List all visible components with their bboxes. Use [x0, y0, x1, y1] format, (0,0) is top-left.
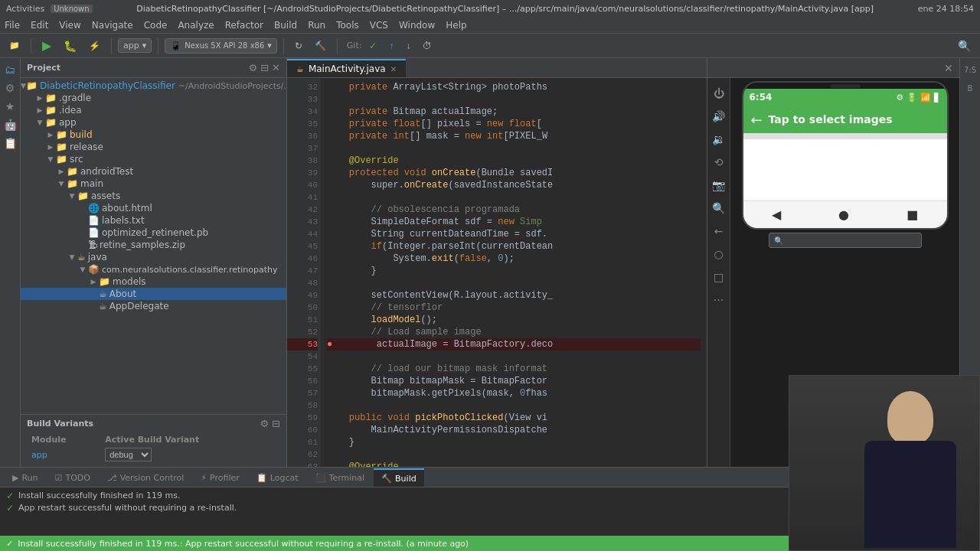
tree-item-pb[interactable]: 📄 optimized_retinenet.pb — [21, 227, 286, 239]
menu-tools[interactable]: Tools — [336, 20, 359, 31]
editor-area: ☕ MainActivity.java ✕ 3233343536 3738394… — [287, 58, 707, 467]
panel-expand-icon[interactable]: ⊟ — [260, 62, 269, 73]
sidebar-favorites-icon[interactable]: ★ — [2, 98, 18, 115]
sync-btn[interactable]: ↻ — [290, 39, 307, 53]
tree-item-build[interactable]: ▶ 📁 build — [21, 129, 286, 141]
sidebar-r-build[interactable]: B — [962, 80, 978, 96]
phone-nav-home[interactable]: ● — [838, 207, 849, 222]
tab-bar: ☕ MainActivity.java ✕ — [287, 58, 707, 78]
tree-item-package[interactable]: ▼ 📦 com.neuralsolutions.classifier.retin… — [21, 263, 286, 276]
project-btn[interactable]: 📁 — [5, 39, 24, 52]
bottom-tab-vcs[interactable]: ⎇ Version Control — [100, 468, 191, 487]
phone-time: 6:54 — [750, 92, 773, 103]
git-history[interactable]: ⏱ — [418, 39, 436, 53]
sidebar-android-icon[interactable]: 🤖 — [2, 116, 18, 133]
tree-item-labels[interactable]: 📄 labels.txt — [21, 214, 286, 227]
bottom-tab-profiler[interactable]: ⚡ Profiler — [193, 468, 247, 487]
emu-rotate-icon[interactable]: ⟲ — [710, 153, 728, 171]
phone-empty-area — [743, 139, 947, 201]
emulator-close-btn[interactable]: ✕ — [941, 60, 956, 76]
bottom-tab-build[interactable]: 🔨 Build — [374, 468, 424, 487]
phone-nav-back[interactable]: ◀ — [772, 207, 781, 222]
menu-code[interactable]: Code — [144, 20, 168, 31]
bottom-tab-run[interactable]: ▶ Run — [5, 468, 46, 487]
menu-window[interactable]: Window — [399, 20, 435, 31]
emu-more-icon[interactable]: ··· — [710, 291, 728, 309]
retina-image-grid — [743, 133, 947, 139]
bottom-tab-todo[interactable]: ☑ TODO — [47, 468, 98, 487]
sidebar-project-icon[interactable]: 🗂 — [2, 61, 18, 78]
tree-item-src[interactable]: ▼ 📁 src — [21, 153, 286, 165]
build-variants-panel: Build Variants ⚙ ⊟ Module Active Build V… — [21, 414, 286, 467]
emu-screenshot-icon[interactable]: 📷 — [710, 176, 728, 194]
git-update[interactable]: ✓ — [364, 39, 381, 53]
tree-item-gradle[interactable]: ▶ 📁 .gradle — [21, 92, 286, 104]
bv-expand-icon[interactable]: ⊟ — [272, 418, 280, 429]
tree-item-java[interactable]: ▼ ☕ java — [21, 251, 286, 263]
menu-view[interactable]: View — [59, 20, 80, 31]
menu-run[interactable]: Run — [308, 20, 325, 31]
tree-item-appdelegate[interactable]: ☕ AppDelegate — [21, 300, 286, 312]
sidebar-r-structure[interactable]: 7:S — [962, 61, 978, 78]
emu-volume-up-icon[interactable]: 🔊 — [710, 107, 728, 126]
activities-label[interactable]: Activities — [6, 4, 44, 14]
tree-item-about[interactable]: ☕ About — [21, 288, 286, 300]
profiler-icon: ⚡ — [201, 473, 207, 483]
phone-back-arrow[interactable]: ← — [751, 112, 763, 128]
menu-analyze[interactable]: Analyze — [178, 20, 214, 31]
git-push[interactable]: ↑ — [384, 39, 398, 53]
build-btn[interactable]: 🔨 — [310, 39, 331, 53]
debug-button[interactable]: 🐛 — [59, 38, 81, 54]
code-editor[interactable]: private ArrayList<String> photoPaths pri… — [321, 78, 707, 467]
menu-help[interactable]: Help — [446, 20, 466, 31]
tree-item-assets[interactable]: ▼ 📁 assets — [21, 190, 286, 202]
menu-file[interactable]: File — [5, 20, 20, 31]
bv-variant-value[interactable]: debug release — [102, 447, 279, 462]
profile-button[interactable]: ⚡ — [84, 39, 105, 53]
tab-close-icon[interactable]: ✕ — [390, 65, 397, 73]
vcs-icon: ⎇ — [107, 473, 117, 483]
tree-item-android-test[interactable]: ▶ 📁 androidTest — [21, 165, 286, 178]
run-button[interactable]: ▶ — [38, 37, 56, 54]
emulator-toolbar: ✕ — [707, 58, 959, 78]
emu-zoom-icon[interactable]: 🔍 — [710, 199, 728, 217]
emu-circle-icon[interactable]: ○ — [710, 245, 728, 263]
tree-item-idea[interactable]: ▶ 📁 .idea — [21, 104, 286, 116]
menu-build[interactable]: Build — [274, 20, 297, 31]
panel-gear-icon[interactable]: ⚙ — [249, 62, 258, 73]
tab-mainactivity[interactable]: ☕ MainActivity.java ✕ — [287, 59, 406, 77]
tree-item-zip[interactable]: 🗜 retine_samples.zip — [21, 239, 286, 251]
phone-nav-recents[interactable]: ■ — [906, 207, 918, 222]
sidebar-structure-icon[interactable]: ⚙ — [2, 80, 18, 96]
tree-item-about-html[interactable]: 🌐 about.html — [21, 202, 286, 214]
git-label: Git: — [347, 41, 362, 51]
tree-item-app[interactable]: ▼ 📁 app — [21, 116, 286, 129]
java-file-icon: ☕ — [296, 64, 304, 74]
git-pull[interactable]: ↓ — [401, 39, 415, 53]
phone-search-bar[interactable]: 🔍 — [769, 233, 922, 248]
search-everywhere[interactable]: 🔍 — [953, 38, 975, 54]
tree-item-release[interactable]: ▶ 📁 release — [21, 141, 286, 153]
tree-item-models[interactable]: ▶ 📁 models — [21, 276, 286, 288]
tree-item-root[interactable]: ▼ 📁 DiabeticRetinopathyClassifier ~/Andr… — [21, 80, 286, 92]
run-config[interactable]: app ▾ — [118, 38, 152, 53]
menu-refactor[interactable]: Refactor — [225, 20, 263, 31]
emu-power-icon[interactable]: ⏻ — [710, 84, 728, 103]
menu-edit[interactable]: Edit — [31, 20, 48, 31]
emu-square-icon[interactable]: □ — [710, 268, 728, 286]
phone-frame: 6:54 ⚙ 🔋 📶 ▋ ← Tap to select images — [742, 81, 949, 230]
status-text: Install successfully finished in 119 ms.… — [18, 539, 469, 549]
sidebar-resource-icon[interactable]: 📋 — [2, 135, 18, 152]
device-selector[interactable]: 📱 Nexus 5X API 28 x86 ▾ — [165, 38, 277, 54]
tree-item-main[interactable]: ▼ 📁 main — [21, 178, 286, 190]
menu-vcs[interactable]: VCS — [370, 20, 388, 31]
bottom-tab-terminal[interactable]: ⬛ Terminal — [308, 468, 373, 487]
bv-module-value: app — [28, 447, 100, 462]
video-panel — [789, 375, 980, 551]
panel-close-icon[interactable]: ✕ — [272, 62, 280, 73]
emu-volume-down-icon[interactable]: 🔉 — [710, 130, 728, 148]
emu-back-icon[interactable]: ← — [710, 222, 728, 240]
menu-navigate[interactable]: Navigate — [92, 20, 133, 31]
bv-settings-icon[interactable]: ⚙ — [260, 418, 269, 429]
bottom-tab-logcat[interactable]: 📋 Logcat — [249, 468, 306, 487]
